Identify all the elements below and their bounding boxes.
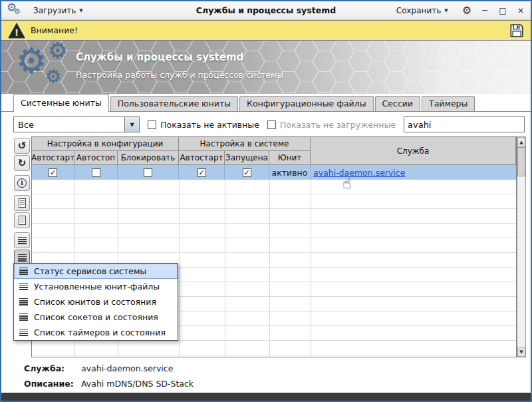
maximize-button[interactable]: □ [498,7,507,15]
page-subtitle: Настройка работы служб и процессов систе… [76,70,283,80]
edit-document-icon [19,216,26,225]
warning-bar: ! Внимание! [1,20,531,41]
gear-icon: ⚙ [14,8,21,15]
column-group-system: Настройка в системе [179,137,311,151]
checkbox-box[interactable] [267,120,276,129]
tab-sessions[interactable]: Сессии [375,96,420,111]
show-unloaded-checkbox[interactable]: Показать не загруженные [267,120,396,130]
reports-menu: Статус сервисов системы Установленные юн… [13,263,178,341]
app-window: ⚙ ⚙ Загрузить ▼ Службы и процессы system… [0,0,532,402]
service-link[interactable]: avahi-daemon.service [313,168,405,178]
tab-system-units[interactable]: Системные юниты [13,94,109,112]
settings-gear-icon[interactable]: ⚙ [462,5,471,16]
search-input[interactable] [404,116,525,132]
app-gears-icon: ⚙ ⚙ [7,3,21,18]
hand-cursor-icon: ☝ [342,175,351,192]
refresh-icon: ↻ [18,158,27,168]
titlebar: ⚙ ⚙ Загрузить ▼ Службы и процессы system… [1,1,531,20]
column-header-autostart-config: Автостарт [32,151,74,165]
list-icon [19,298,28,305]
list-icon [18,254,27,262]
warning-icon: ! [8,23,25,39]
list-icon [19,329,28,336]
list-icon [19,268,28,275]
gear-icon: ⚙ [48,41,68,61]
save-button[interactable]: Сохранить ▼ [391,4,454,17]
titlebar-right: Сохранить ▼ ⚙ ─ □ × [391,4,525,17]
log-list-button[interactable] [14,232,30,248]
menu-item-units-list[interactable]: Список юнитов и состояния [14,294,178,309]
tab-config-files[interactable]: Конфигурационные файлы [239,96,374,111]
menu-item-label: Статус сервисов системы [34,266,146,276]
minimize-button[interactable]: ─ [480,7,489,15]
filter-bar: Все ▼ Показать не активные Показать не з… [1,112,531,136]
cell-running [225,165,269,180]
description-label: Описание: [24,379,81,389]
window-title: Службы и процессы systemd [196,5,336,15]
service-value: avahi-daemon.service [81,363,173,373]
warning-text: Внимание! [31,25,78,35]
menu-item-services-status[interactable]: Статус сервисов системы [14,264,178,279]
document-button[interactable] [14,195,30,211]
menu-item-sockets-list[interactable]: Список сокетов и состояния [14,309,178,325]
page-title: Службы и процессы systemd [76,51,243,63]
description-value: Avahi mDNS/DNS SD-Stack [81,379,194,389]
menu-item-label: Список сокетов и состояния [34,312,158,322]
menu-item-timers-list[interactable]: Список таймеров и состояния [14,325,178,340]
edit-document-button[interactable] [14,212,30,228]
hexagon-pattern [1,41,531,94]
history-button[interactable]: ↺ [14,138,30,154]
list-icon [19,313,28,321]
close-button[interactable]: × [516,7,525,15]
info-icon: i [17,178,27,188]
checkbox-label: Показать не загруженные [280,120,396,130]
menu-item-label: Установленные юнит-файлы [34,282,160,292]
menu-item-label: Список таймеров и состояния [34,327,166,337]
load-button-label: Загрузить [33,6,76,15]
cell-autostart-config [32,165,74,180]
load-button[interactable]: Загрузить ▼ [28,4,88,17]
info-button[interactable]: i [14,175,30,191]
show-inactive-checkbox[interactable]: Показать не активные [148,120,259,130]
combobox-dropdown-button[interactable]: ▼ [124,117,139,132]
cell-autostop [74,165,118,180]
menu-item-label: Список юнитов и состояния [34,297,156,307]
refresh-button[interactable]: ↻ [14,155,30,171]
checkbox-label: Показать не активные [160,120,259,130]
svg-text:!: ! [15,27,19,38]
save-button-label: Сохранить [396,6,442,15]
menu-item-installed-unit-files[interactable]: Установленные юнит-файлы [14,279,178,294]
chevron-down-icon: ▼ [79,8,82,13]
checkbox-box[interactable] [144,168,152,177]
scrollbar-thumb[interactable] [517,147,525,176]
checkbox-box[interactable] [243,168,251,177]
list-icon [19,283,28,290]
combobox-value: Все [14,120,124,130]
checkbox-box[interactable] [49,168,57,177]
gear-icon: ⚙ [45,67,61,85]
cell-autostart-system [179,165,225,180]
column-header-service: Служба [311,137,516,165]
checkbox-box[interactable] [92,168,100,177]
vertical-scrollbar[interactable]: ▲ ▼ [517,136,526,357]
gear-icon: ⚙ [16,43,47,78]
column-header-running: Запущена [225,151,269,165]
tab-bar: Системные юниты Пользовательские юниты К… [1,94,531,112]
cell-service: avahi-daemon.service [311,165,516,180]
app-header: ⚙ ⚙ ⚙ Службы и процессы systemd Настройк… [1,41,531,94]
checkbox-box[interactable] [198,168,206,177]
column-group-config: Настройка в конфигурации [32,137,179,151]
arrow-down-icon: ▼ [130,122,134,128]
save-file-icon[interactable] [509,23,524,38]
checkbox-box[interactable] [148,120,156,129]
chevron-down-icon: ▼ [444,8,448,13]
tab-timers[interactable]: Таймеры [422,96,475,111]
filter-combobox[interactable]: Все ▼ [13,116,140,132]
cell-block [118,165,179,180]
scroll-up-button[interactable]: ▲ [517,137,525,147]
tab-user-units[interactable]: Пользовательские юниты [110,96,238,111]
table-row[interactable]: активно avahi-daemon.service [32,165,516,180]
scroll-down-button[interactable]: ▼ [517,347,525,357]
column-header-autostop: Автостоп [74,151,118,165]
history-icon: ↺ [18,141,27,151]
